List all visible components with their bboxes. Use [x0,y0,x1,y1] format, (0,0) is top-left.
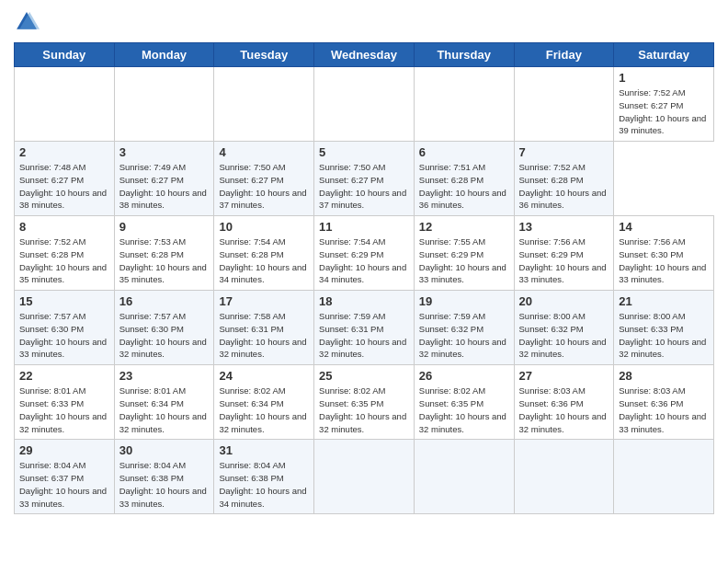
day-detail: Sunrise: 8:03 AM Sunset: 6:36 PM Dayligh… [519,385,609,435]
sunset-label: Sunset: [619,249,651,259]
sunset-label: Sunset: [219,398,251,408]
day-detail: Sunrise: 8:04 AM Sunset: 6:37 PM Dayligh… [19,459,109,510]
sunset-label: Sunset: [319,398,351,408]
sunrise-label: Sunrise: [19,236,54,247]
daylight-label: Daylight: [619,262,655,272]
sunrise-label: Sunrise: [19,311,54,321]
calendar-day: 17 Sunrise: 7:58 AM Sunset: 6:31 PM Dayl… [214,291,314,365]
sunset-label: Sunset: [419,324,451,334]
daylight-label: Daylight: [19,188,56,198]
sunset-value: 6:28 PM [251,249,283,259]
sunrise-value: 8:04 AM [254,460,286,470]
daylight-label: Daylight: [319,262,356,272]
page-container: SundayMondayTuesdayWednesdayThursdayFrid… [0,0,728,522]
day-number: 27 [519,369,609,383]
sunset-label: Sunset: [619,398,651,408]
calendar-day: 13 Sunrise: 7:56 AM Sunset: 6:29 PM Dayl… [514,216,614,291]
calendar-day: 7 Sunrise: 7:52 AM Sunset: 6:28 PM Dayli… [514,142,614,216]
day-number: 17 [219,294,309,308]
sunrise-value: 7:50 AM [254,162,286,172]
calendar-day: 14 Sunrise: 7:56 AM Sunset: 6:30 PM Dayl… [614,216,714,291]
daylight-label: Daylight: [19,411,56,421]
day-detail: Sunrise: 7:59 AM Sunset: 6:32 PM Dayligh… [419,310,509,361]
sunrise-value: 7:59 AM [354,311,386,321]
day-detail: Sunrise: 7:54 AM Sunset: 6:29 PM Dayligh… [319,236,409,286]
daylight-label: Daylight: [119,337,156,347]
calendar-day: 2 Sunrise: 7:48 AM Sunset: 6:27 PM Dayli… [15,142,115,216]
sunset-value: 6:28 PM [551,175,583,185]
logo-icon [14,9,40,35]
sunset-label: Sunset: [519,324,552,334]
sunrise-value: 7:51 AM [453,162,485,172]
sunrise-value: 8:02 AM [354,385,386,396]
sunset-label: Sunset: [19,473,51,483]
day-number: 23 [119,369,210,383]
calendar-day: 25 Sunrise: 8:02 AM Sunset: 6:35 PM Dayl… [314,365,415,440]
sunset-value: 6:37 PM [51,473,84,483]
day-number: 12 [419,220,509,234]
sunset-label: Sunset: [119,324,152,334]
day-detail: Sunrise: 7:51 AM Sunset: 6:28 PM Dayligh… [419,161,509,212]
daylight-label: Daylight: [519,337,556,347]
daylight-label: Daylight: [119,486,156,496]
sunrise-label: Sunrise: [619,311,654,321]
sunset-label: Sunset: [19,324,51,334]
sunset-value: 6:36 PM [651,398,683,408]
daylight-label: Daylight: [619,411,655,421]
daylight-label: Daylight: [619,113,655,123]
sunset-value: 6:30 PM [152,324,184,334]
sunset-value: 6:30 PM [651,249,683,259]
calendar-day [414,440,514,514]
calendar-week: 15 Sunrise: 7:57 AM Sunset: 6:30 PM Dayl… [15,291,714,365]
sunrise-label: Sunrise: [119,311,154,321]
sunset-value: 6:33 PM [51,398,84,408]
calendar-day: 3 Sunrise: 7:49 AM Sunset: 6:27 PM Dayli… [114,142,214,216]
sunrise-label: Sunrise: [419,162,454,172]
calendar-day: 21 Sunrise: 8:00 AM Sunset: 6:33 PM Dayl… [614,291,714,365]
calendar-day: 22 Sunrise: 8:01 AM Sunset: 6:33 PM Dayl… [15,365,115,440]
weekday-header: Sunday [15,43,115,67]
sunset-label: Sunset: [519,398,552,408]
sunset-label: Sunset: [419,398,451,408]
day-number: 10 [219,220,309,234]
sunset-value: 6:27 PM [651,100,683,110]
daylight-label: Daylight: [419,337,456,347]
sunrise-label: Sunrise: [519,311,554,321]
sunset-value: 6:28 PM [51,249,84,259]
day-number: 26 [419,369,509,383]
day-detail: Sunrise: 7:56 AM Sunset: 6:29 PM Dayligh… [519,236,609,286]
sunset-label: Sunset: [219,324,251,334]
day-number: 4 [219,145,309,159]
sunset-value: 6:35 PM [351,398,383,408]
day-number: 1 [619,71,709,85]
sunrise-label: Sunrise: [119,460,154,470]
day-detail: Sunrise: 7:52 AM Sunset: 6:28 PM Dayligh… [519,161,609,212]
calendar-day: 11 Sunrise: 7:54 AM Sunset: 6:29 PM Dayl… [314,216,415,291]
calendar-day: 8 Sunrise: 7:52 AM Sunset: 6:28 PM Dayli… [15,216,115,291]
calendar-day: 1 Sunrise: 7:52 AM Sunset: 6:27 PM Dayli… [614,67,714,142]
sunrise-label: Sunrise: [319,236,354,247]
sunrise-value: 7:56 AM [654,236,686,247]
sunrise-label: Sunrise: [19,162,54,172]
sunrise-value: 8:04 AM [154,460,186,470]
calendar-day: 15 Sunrise: 7:57 AM Sunset: 6:30 PM Dayl… [15,291,115,365]
sunrise-value: 7:50 AM [354,162,386,172]
sunset-value: 6:29 PM [351,249,383,259]
sunrise-value: 7:52 AM [54,236,86,247]
day-detail: Sunrise: 7:52 AM Sunset: 6:28 PM Dayligh… [19,236,109,286]
sunrise-value: 7:53 AM [154,236,186,247]
sunset-value: 6:28 PM [152,249,184,259]
sunrise-label: Sunrise: [519,162,554,172]
sunset-value: 6:31 PM [351,324,383,334]
sunset-label: Sunset: [419,175,451,185]
daylight-label: Daylight: [319,337,356,347]
day-detail: Sunrise: 8:02 AM Sunset: 6:35 PM Dayligh… [419,385,509,435]
day-detail: Sunrise: 8:02 AM Sunset: 6:35 PM Dayligh… [319,385,409,435]
sunrise-value: 7:48 AM [54,162,86,172]
sunrise-value: 8:03 AM [654,385,686,396]
day-number: 24 [219,369,309,383]
weekday-header: Tuesday [214,43,314,67]
daylight-label: Daylight: [19,262,56,272]
sunset-value: 6:38 PM [152,473,184,483]
calendar-week: 29 Sunrise: 8:04 AM Sunset: 6:37 PM Dayl… [15,440,714,514]
